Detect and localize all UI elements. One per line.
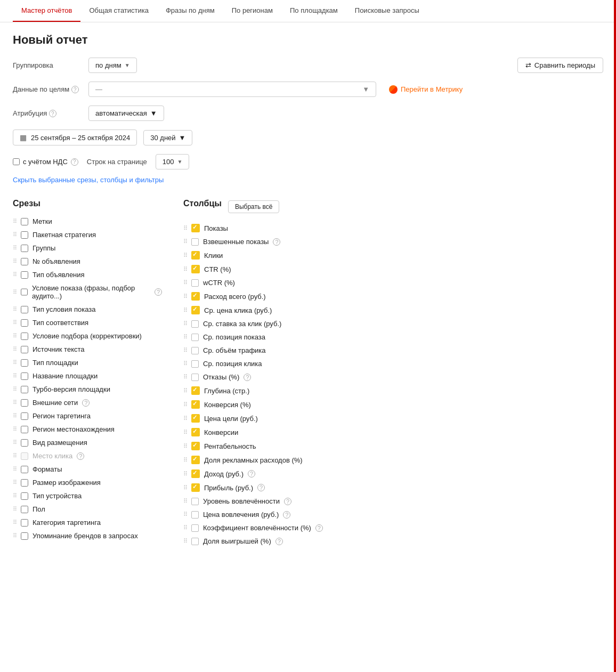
drag-handle-icon[interactable]: ⠿ [13, 439, 17, 446]
drag-handle-icon[interactable]: ⠿ [13, 373, 17, 379]
slice-checkbox[interactable] [21, 426, 28, 433]
drag-handle-icon[interactable]: ⠿ [13, 386, 17, 393]
nav-item-мастер-отчётов[interactable]: Мастер отчётов [13, 0, 80, 22]
drag-handle-icon[interactable]: ⠿ [13, 346, 17, 353]
drag-handle-icon[interactable]: ⠿ [13, 271, 17, 278]
grouping-select[interactable]: по дням ▼ [88, 58, 137, 73]
info-icon[interactable]: ? [257, 484, 265, 491]
vat-help-icon[interactable]: ? [71, 158, 78, 166]
metrika-link[interactable]: Перейти в Метрику [389, 85, 463, 94]
unchecked-checkbox[interactable] [191, 320, 199, 328]
slice-checkbox[interactable] [21, 519, 28, 527]
drag-handle-icon[interactable]: ⠿ [183, 279, 187, 286]
drag-handle-icon[interactable]: ⠿ [13, 231, 17, 238]
drag-handle-icon[interactable]: ⠿ [183, 429, 187, 436]
drag-handle-icon[interactable]: ⠿ [13, 399, 17, 406]
unchecked-checkbox[interactable] [191, 538, 199, 545]
info-icon[interactable]: ? [77, 452, 84, 460]
slice-checkbox[interactable] [21, 231, 28, 239]
date-range-button[interactable]: ▦ 25 сентября – 25 октября 2024 [13, 129, 137, 145]
slice-checkbox[interactable] [21, 386, 28, 393]
checked-checkbox-icon[interactable] [191, 400, 200, 409]
info-icon[interactable]: ? [248, 470, 255, 477]
drag-handle-icon[interactable]: ⠿ [13, 452, 17, 459]
checked-checkbox-icon[interactable] [191, 428, 200, 436]
drag-handle-icon[interactable]: ⠿ [183, 524, 187, 531]
drag-handle-icon[interactable]: ⠿ [13, 466, 17, 473]
slice-checkbox[interactable] [21, 373, 28, 380]
slice-checkbox[interactable] [21, 466, 28, 473]
slice-checkbox[interactable] [21, 492, 28, 500]
slice-checkbox[interactable] [21, 399, 28, 407]
slice-checkbox[interactable] [21, 245, 28, 252]
drag-handle-icon[interactable]: ⠿ [183, 334, 187, 341]
drag-handle-icon[interactable]: ⠿ [13, 218, 17, 225]
drag-handle-icon[interactable]: ⠿ [183, 443, 187, 450]
drag-handle-icon[interactable]: ⠿ [183, 484, 187, 491]
drag-handle-icon[interactable]: ⠿ [183, 471, 187, 477]
slice-checkbox[interactable] [21, 412, 28, 420]
drag-handle-icon[interactable]: ⠿ [183, 252, 187, 259]
checked-checkbox-icon[interactable] [191, 224, 200, 232]
checked-checkbox-icon[interactable] [191, 265, 200, 273]
vat-checkbox[interactable] [13, 158, 20, 165]
drag-handle-icon[interactable]: ⠿ [183, 538, 187, 545]
slice-checkbox[interactable] [21, 333, 28, 340]
drag-handle-icon[interactable]: ⠿ [183, 293, 187, 300]
nav-item-по-площадкам[interactable]: По площадкам [281, 0, 346, 22]
drag-handle-icon[interactable]: ⠿ [183, 238, 187, 245]
checked-checkbox-icon[interactable] [191, 442, 200, 450]
drag-handle-icon[interactable]: ⠿ [183, 387, 187, 394]
drag-handle-icon[interactable]: ⠿ [183, 511, 187, 518]
nav-item-фразы-по-дням[interactable]: Фразы по дням [157, 0, 223, 22]
slice-checkbox[interactable] [21, 439, 28, 447]
drag-handle-icon[interactable]: ⠿ [13, 479, 17, 486]
nav-item-общая-статистика[interactable]: Общая статистика [80, 0, 157, 22]
attribution-select[interactable]: автоматическая ▼ [88, 106, 164, 121]
slice-checkbox[interactable] [21, 452, 28, 460]
slice-checkbox[interactable] [21, 271, 28, 279]
unchecked-checkbox[interactable] [191, 524, 199, 532]
drag-handle-icon[interactable]: ⠿ [13, 426, 17, 433]
checked-checkbox-icon[interactable] [191, 306, 200, 314]
drag-handle-icon[interactable]: ⠿ [183, 225, 187, 232]
rows-per-page-select[interactable]: 100 ▼ [156, 154, 190, 169]
drag-handle-icon[interactable]: ⠿ [13, 359, 17, 366]
drag-handle-icon[interactable]: ⠿ [13, 492, 17, 499]
unchecked-checkbox[interactable] [191, 374, 199, 381]
drag-handle-icon[interactable]: ⠿ [183, 498, 187, 505]
drag-handle-icon[interactable]: ⠿ [13, 506, 17, 513]
slice-checkbox[interactable] [21, 306, 28, 313]
checked-checkbox-icon[interactable] [191, 483, 200, 492]
slice-checkbox[interactable] [21, 288, 28, 296]
unchecked-checkbox[interactable] [191, 498, 199, 505]
unchecked-checkbox[interactable] [191, 238, 199, 246]
drag-handle-icon[interactable]: ⠿ [183, 266, 187, 273]
drag-handle-icon[interactable]: ⠿ [13, 532, 17, 539]
info-icon[interactable]: ? [155, 288, 162, 296]
drag-handle-icon[interactable]: ⠿ [183, 307, 187, 314]
goals-select[interactable]: — ▼ [88, 82, 376, 97]
slice-checkbox[interactable] [21, 218, 28, 225]
drag-handle-icon[interactable]: ⠿ [13, 319, 17, 326]
slice-checkbox[interactable] [21, 346, 28, 353]
info-icon[interactable]: ? [82, 399, 90, 407]
drag-handle-icon[interactable]: ⠿ [183, 401, 187, 408]
info-icon[interactable]: ? [315, 524, 323, 532]
drag-handle-icon[interactable]: ⠿ [13, 333, 17, 339]
unchecked-checkbox[interactable] [191, 334, 199, 341]
drag-handle-icon[interactable]: ⠿ [183, 457, 187, 464]
slice-checkbox[interactable] [21, 319, 28, 327]
unchecked-checkbox[interactable] [191, 279, 199, 287]
unchecked-checkbox[interactable] [191, 360, 199, 368]
drag-handle-icon[interactable]: ⠿ [13, 245, 17, 252]
nav-item-поисковые-запросы[interactable]: Поисковые запросы [346, 0, 428, 22]
info-icon[interactable]: ? [275, 538, 283, 545]
slice-checkbox[interactable] [21, 532, 28, 540]
drag-handle-icon[interactable]: ⠿ [13, 289, 17, 296]
drag-handle-icon[interactable]: ⠿ [13, 258, 17, 265]
drag-handle-icon[interactable]: ⠿ [183, 360, 187, 367]
checked-checkbox-icon[interactable] [191, 292, 200, 301]
drag-handle-icon[interactable]: ⠿ [183, 347, 187, 354]
checked-checkbox-icon[interactable] [191, 456, 200, 464]
